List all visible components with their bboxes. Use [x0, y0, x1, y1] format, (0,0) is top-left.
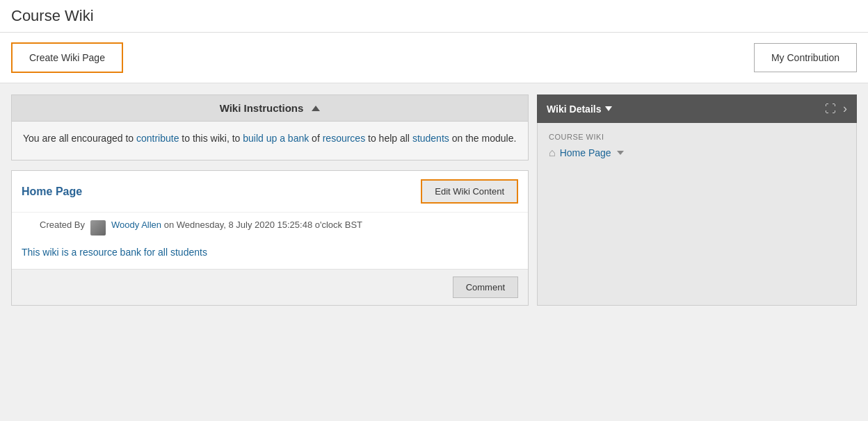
arrow-right-icon[interactable]: ›	[843, 101, 847, 116]
contribute-link[interactable]: contribute	[136, 133, 179, 144]
home-page-meta: Created By Woody Allen on Wednesday, 8 J…	[12, 213, 528, 240]
wiki-instructions-header[interactable]: Wiki Instructions	[12, 95, 528, 122]
home-page-card-title: Home Page	[22, 185, 82, 198]
students-link[interactable]: students	[412, 133, 449, 144]
wiki-details-label: Wiki Details	[547, 104, 601, 115]
left-panel: Wiki Instructions You are all encouraged…	[11, 94, 529, 306]
page-header: Course Wiki	[0, 0, 868, 33]
build-link[interactable]: build up a bank	[243, 133, 309, 144]
right-panel: Wiki Details ⛶ › COURSE WIKI ⌂ Home Page	[537, 94, 857, 306]
edit-wiki-content-button[interactable]: Edit Wiki Content	[421, 179, 518, 204]
create-wiki-page-button[interactable]: Create Wiki Page	[11, 42, 123, 73]
wiki-details-title-row: Wiki Details	[547, 104, 612, 115]
comment-button[interactable]: Comment	[453, 276, 518, 298]
house-icon: ⌂	[549, 147, 556, 159]
author-link[interactable]: Woody Allen	[111, 220, 161, 230]
home-page-link-row: ⌂ Home Page	[549, 147, 845, 159]
page-title: Course Wiki	[11, 7, 857, 25]
wiki-instructions-text: You are all encouraged to contribute to …	[23, 131, 517, 146]
home-page-content: This wiki is a resource bank for all stu…	[12, 240, 528, 269]
my-contribution-button[interactable]: My Contribution	[754, 43, 857, 72]
created-by-label: Created By	[40, 220, 85, 230]
chevron-down-icon	[605, 106, 612, 111]
home-page-card-header: Home Page Edit Wiki Content	[12, 171, 528, 213]
wiki-details-header: Wiki Details ⛶ ›	[537, 94, 857, 123]
home-page-card: Home Page Edit Wiki Content Created By W…	[11, 170, 529, 306]
toolbar: Create Wiki Page My Contribution	[0, 33, 868, 83]
author-avatar	[90, 220, 106, 236]
expand-icon[interactable]: ⛶	[825, 103, 836, 115]
content-link[interactable]: This wiki is a resource bank for all stu…	[22, 247, 207, 258]
chevron-up-icon	[312, 106, 320, 111]
wiki-details-body: COURSE WIKI ⌂ Home Page	[537, 123, 857, 306]
created-date: on Wednesday, 8 July 2020 15:25:48 o'clo…	[164, 220, 362, 230]
author-meta: Woody Allen on Wednesday, 8 July 2020 15…	[111, 220, 362, 230]
wiki-details-actions: ⛶ ›	[825, 101, 847, 116]
home-page-dropdown-icon	[617, 151, 624, 155]
wiki-instructions-title: Wiki Instructions	[220, 102, 304, 114]
main-content: Wiki Instructions You are all encouraged…	[0, 83, 868, 317]
course-wiki-label: COURSE WIKI	[549, 133, 845, 141]
wiki-instructions-panel: Wiki Instructions You are all encouraged…	[11, 94, 529, 160]
home-page-details-link[interactable]: Home Page	[560, 147, 611, 158]
home-page-card-footer: Comment	[12, 269, 528, 305]
wiki-instructions-body: You are all encouraged to contribute to …	[12, 122, 528, 160]
resources-link[interactable]: resources	[323, 133, 365, 144]
